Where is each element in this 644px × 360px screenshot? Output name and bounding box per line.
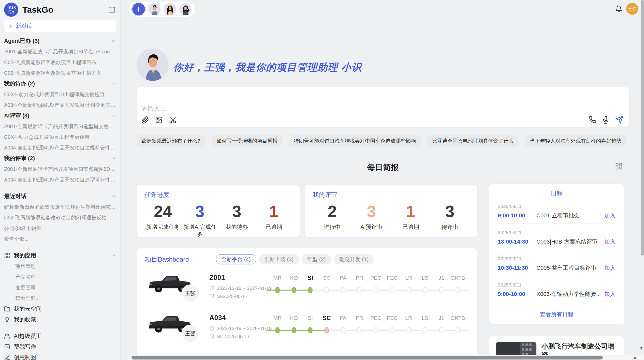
- scroll-right-arrow[interactable]: ▸: [634, 354, 637, 360]
- greeting-text: 你好，王强，我是你的项目管理助理 小识: [173, 61, 362, 74]
- project-row-z001[interactable]: 王强 Z001 2023-12-19 ~ 2027-01-19 SI-2025-…: [137, 271, 477, 309]
- join-meeting-link[interactable]: 加入: [604, 212, 616, 219]
- sidebar-section-agent-done[interactable]: Agent已办 (3): [4, 36, 116, 46]
- badge-star-icon: [4, 317, 10, 323]
- sidebar-item-help-me-write[interactable]: 帮我写作: [4, 341, 116, 352]
- sidebar-item[interactable]: Z001-全新燃油轻卡产品开发项目SI节点属性5D文件评审: [4, 164, 116, 174]
- suggestion-chip[interactable]: 如何写一份清晰的项目周报: [212, 135, 282, 147]
- sidebar-item-favorites[interactable]: 我的收藏: [4, 314, 116, 325]
- sidebar-item[interactable]: Z001-全新燃油皮卡产品开发项目SI节点Lesson Learn报告: [4, 46, 116, 57]
- sidebar-item-label: 帮我写作: [14, 343, 36, 351]
- image-icon[interactable]: [155, 116, 163, 124]
- assistant-avatar-2[interactable]: [164, 3, 176, 15]
- sidebar-item[interactable]: A034-全新新能源MUV产品开发项目造型可行性评审: [4, 174, 116, 185]
- sidebar-item-label: 创意制图: [14, 354, 36, 360]
- sidebar-section-my-apps[interactable]: 我的应用: [4, 250, 116, 261]
- plus-icon: +: [9, 23, 13, 28]
- horizontal-scrollbar-thumb[interactable]: [131, 356, 603, 359]
- recent-chats-view-all[interactable]: 查看全部...: [4, 234, 116, 244]
- sidebar-section-my-todo[interactable]: 我的待办 (2): [4, 78, 116, 89]
- project-name: A034: [209, 314, 226, 322]
- apps-view-all[interactable]: 查看全部...: [4, 293, 116, 304]
- suggestion-chip[interactable]: 欧洲新规最近颁布了什么?: [137, 135, 205, 147]
- chevron-up-icon[interactable]: [111, 81, 116, 86]
- microphone-icon[interactable]: [602, 116, 610, 124]
- briefing-layout-icon[interactable]: [615, 162, 623, 170]
- phone-call-icon[interactable]: [589, 116, 596, 124]
- milestone-label: LS: [417, 275, 433, 281]
- sidebar-item[interactable]: C02-飞腾新能源轻客改款项目立项汇报方案: [4, 68, 116, 78]
- apps-grid-icon: [4, 252, 10, 259]
- stat-my-todo: 3我的待办: [218, 201, 255, 238]
- sidebar-item-cloud-space[interactable]: 我的云空间: [4, 304, 116, 314]
- schedule-name: C003|H0B-方案冻结评审: [536, 238, 604, 246]
- assistant-avatar-1[interactable]: [148, 3, 160, 15]
- assistant-avatar-3[interactable]: [179, 3, 192, 15]
- suggestion-chip[interactable]: 当下年轻人对汽车外观有怎样的喜好趋势: [525, 135, 626, 147]
- chevron-up-icon[interactable]: [111, 194, 116, 199]
- scissors-icon[interactable]: [169, 116, 177, 124]
- recent-chat-item[interactable]: 公司Q3轻卡销量: [4, 223, 116, 234]
- new-chat-button[interactable]: + 新对话: [4, 20, 116, 32]
- horizontal-scrollbar: ▸: [128, 355, 644, 360]
- schedule-item: 2025/03/11 9:00-10:00 C001-立项审批会 加入: [498, 198, 616, 223]
- tab-new-body[interactable]: 全新上装 (3): [259, 254, 299, 264]
- sidebar-item[interactable]: Z001-全新燃油轻卡产品开发项目SI造型提交物评审: [4, 121, 116, 132]
- tab-model-year[interactable]: 年型 (2): [302, 254, 331, 264]
- card-title: 任务进度: [144, 191, 292, 199]
- tab-powertrain[interactable]: 动总开发 (1): [334, 254, 374, 264]
- notification-bell-icon[interactable]: [615, 5, 622, 12]
- chevron-up-icon[interactable]: [111, 113, 116, 118]
- sidebar-item-ai-super-staff[interactable]: AI超级员工: [4, 331, 116, 341]
- flag-icon: [209, 294, 214, 299]
- suggestion-chip[interactable]: 比亚迪全固态电池计划具体说了什么: [427, 135, 518, 147]
- sidebar-item-label: 我的收藏: [14, 316, 36, 323]
- view-all-schedules-link[interactable]: 查看所有日程: [498, 311, 616, 318]
- sidebar-item[interactable]: A034-全新新能源MUV产品开发项目法规符合性评审: [4, 142, 116, 153]
- stat-ai-prereview: 3AI预评审: [352, 201, 391, 231]
- sidebar-section-my-review[interactable]: 我的评审 (2): [4, 153, 116, 164]
- tab-new-platform[interactable]: 全新平台 (4): [216, 254, 256, 264]
- message-input[interactable]: [141, 87, 561, 131]
- suggestion-chip[interactable]: 特朗普可能对进口汽车增税会对中国车企造成哪些影响: [289, 135, 421, 147]
- logo-text-top: Task: [7, 5, 16, 10]
- chevron-up-icon[interactable]: [111, 253, 116, 258]
- sidebar-item[interactable]: C02-飞腾新能源轻客改款项目里程碑画布: [4, 57, 116, 68]
- section-title: AI评审 (3): [4, 112, 29, 119]
- join-meeting-link[interactable]: 加入: [604, 264, 616, 272]
- chevron-up-icon[interactable]: [111, 156, 116, 161]
- join-meeting-link[interactable]: 加入: [604, 290, 616, 298]
- sidebar-item[interactable]: C0X4-动力总成开发项目SI里程碑提交物检查: [4, 89, 116, 100]
- recent-chat-item[interactable]: 解释最新出台的欧盟报废车法规再生塑料比例被调至15%...: [4, 202, 116, 212]
- send-icon[interactable]: [615, 116, 623, 124]
- plus-icon: [135, 6, 142, 12]
- milestone-timeline: MRKOSISCPAPRPECFECLRLSJ1OKTB: [269, 274, 466, 282]
- project-owner-badge: 王强: [181, 284, 199, 302]
- user-avatar[interactable]: 王强: [626, 3, 638, 15]
- sidebar-section-recent-chats[interactable]: 最近对话: [4, 191, 116, 202]
- scroll-down-arrow[interactable]: ▾: [640, 345, 643, 351]
- schedule-name: X003-车辆动力学性能验...: [536, 290, 604, 298]
- sidebar-item[interactable]: A034-全新新能源MUV产品开发项目计划变更表编写: [4, 100, 116, 110]
- stat-in-progress: 2进行中: [313, 201, 352, 231]
- folder-icon: [4, 306, 10, 312]
- project-date-range: 2023-12-19 ~ 2027-01-19: [217, 286, 272, 291]
- project-row-a034[interactable]: 王强 A034 2023-12-19 ~ 2026-01-19 SC-2025-…: [137, 311, 477, 350]
- sidebar-item-creative-drawing[interactable]: 创意制图: [4, 352, 116, 360]
- sidebar-section-ai-review[interactable]: AI评审 (3): [4, 110, 116, 121]
- logo-text-bottom: Go: [8, 10, 14, 14]
- writing-icon: [4, 344, 10, 350]
- chevron-up-icon[interactable]: [111, 38, 116, 43]
- app-item-change-management[interactable]: 变更管理: [4, 282, 116, 293]
- join-meeting-link[interactable]: 加入: [604, 238, 616, 246]
- schedule-title: 日程: [498, 189, 616, 198]
- app-item-product-management[interactable]: 产品管理: [4, 272, 116, 282]
- recent-chat-item[interactable]: C02-飞腾新能源轻客改款项目的闭环通告反馈情况: [4, 212, 116, 223]
- app-item-project-management[interactable]: 项目管理: [4, 261, 116, 272]
- schedule-time: 13:00-14:30: [498, 238, 536, 245]
- sidebar-item[interactable]: C0X4-动力总成开发项目工程变更评审: [4, 132, 116, 142]
- new-session-button[interactable]: [132, 3, 145, 16]
- vertical-scrollbar-thumb[interactable]: [641, 0, 644, 256]
- sidebar-collapse-icon[interactable]: [108, 6, 116, 13]
- attachment-icon[interactable]: [141, 116, 149, 124]
